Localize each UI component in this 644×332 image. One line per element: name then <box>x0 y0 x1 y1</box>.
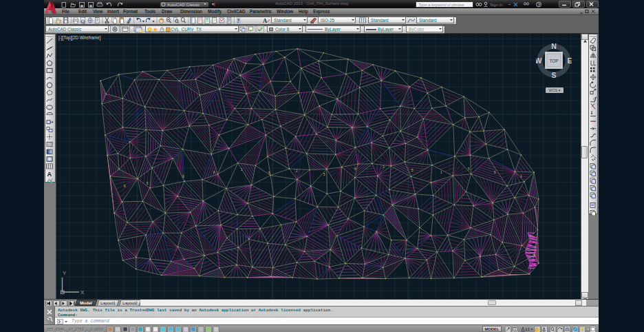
svg-text:E: E <box>567 56 572 65</box>
svg-text:8: 8 <box>213 171 215 174</box>
svg-text:5: 5 <box>323 173 325 176</box>
svg-text:5: 5 <box>468 167 470 171</box>
svg-text:X: X <box>80 289 85 295</box>
svg-text:Y: Y <box>63 270 67 276</box>
svg-text:5: 5 <box>411 169 414 172</box>
svg-text:3: 3 <box>383 165 385 169</box>
svg-text:TOP: TOP <box>549 59 558 63</box>
svg-text:8: 8 <box>354 167 356 171</box>
svg-text:N: N <box>551 43 557 50</box>
svg-text:A: A <box>47 171 52 178</box>
svg-text:?: ? <box>537 3 540 7</box>
svg-text:S: S <box>551 71 556 79</box>
svg-text:?: ? <box>237 17 239 24</box>
svg-text:1: 1 <box>440 171 442 174</box>
svg-text:W: W <box>536 56 542 65</box>
svg-text:Sign In: Sign In <box>490 3 503 7</box>
svg-text:2: 2 <box>296 169 298 173</box>
svg-text:A: A <box>263 17 268 24</box>
svg-text:1:1: 1:1 <box>526 326 530 331</box>
svg-text:5: 5 <box>147 182 149 185</box>
